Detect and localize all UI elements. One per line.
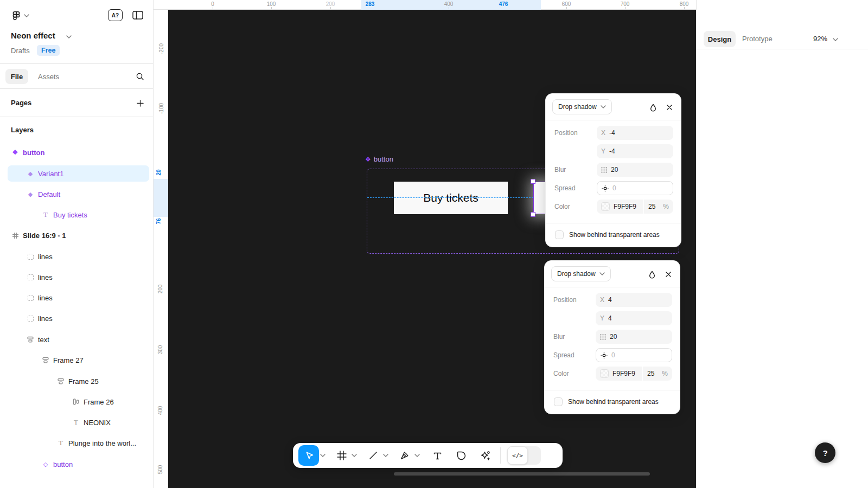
- help-button[interactable]: ?: [815, 442, 835, 463]
- shadow-y-input[interactable]: Y -4: [597, 144, 673, 158]
- canvas-component-label[interactable]: ❖ button: [365, 155, 393, 163]
- layer-row-buy-tickets[interactable]: T Buy tickets: [8, 207, 149, 223]
- shadow-x-input[interactable]: X -4: [597, 126, 673, 140]
- ruler-tick: 800: [680, 1, 689, 7]
- file-title[interactable]: Neon effect: [11, 31, 55, 40]
- chevron-down-icon[interactable]: [66, 34, 72, 40]
- drop-shadow-panel-2: Drop shadow Position X 4 Y 4 Blur 20 Spr…: [544, 260, 680, 414]
- spread-sun-icon: [601, 352, 608, 359]
- selection-handle-nw[interactable]: [531, 179, 535, 184]
- divider: [0, 88, 153, 89]
- tab-file[interactable]: File: [5, 69, 28, 84]
- ruler-tick: 200: [326, 1, 335, 7]
- show-behind-checkbox[interactable]: [555, 230, 564, 239]
- layer-row-neonix[interactable]: T NEONIX: [8, 414, 149, 431]
- canvas-button-default[interactable]: Buy tickets: [394, 182, 508, 214]
- shadow-x-input[interactable]: X 4: [596, 293, 672, 307]
- ruler-tick: 76: [156, 218, 162, 224]
- main-menu-button[interactable]: [10, 9, 23, 22]
- shadow-y-input[interactable]: Y 4: [596, 311, 672, 325]
- tab-prototype[interactable]: Prototype: [742, 35, 773, 43]
- ruler-tick: 500: [157, 465, 163, 474]
- layer-row-text[interactable]: text: [8, 331, 149, 348]
- auto-layout-icon: [26, 336, 35, 343]
- free-plan-badge[interactable]: Free: [37, 45, 60, 56]
- text-tool[interactable]: [429, 446, 446, 465]
- chevron-down-icon[interactable]: [24, 13, 29, 18]
- dev-mode-toggle[interactable]: </>: [507, 446, 541, 465]
- actions-tool[interactable]: [476, 446, 494, 465]
- move-tool-menu[interactable]: [319, 446, 327, 465]
- variant-diamond-icon: ◆: [26, 191, 35, 198]
- text-layer-icon: T: [41, 210, 50, 219]
- canvas-horizontal-scrollbar[interactable]: [394, 472, 650, 476]
- layer-row-slide[interactable]: Slide 16:9 - 1: [8, 227, 149, 243]
- color-swatch: [601, 202, 610, 211]
- tab-design[interactable]: Design: [704, 31, 736, 47]
- toggle-sidebar-button[interactable]: [131, 10, 144, 21]
- ruler-tick: 600: [562, 1, 571, 7]
- divider: [697, 49, 868, 49]
- zoom-level[interactable]: 92%: [813, 35, 827, 43]
- pen-tool-menu[interactable]: [413, 446, 421, 465]
- plus-icon: [137, 100, 144, 107]
- line-tool[interactable]: [365, 446, 382, 465]
- blur-grid-icon: [601, 167, 607, 173]
- frame-tool[interactable]: [333, 446, 350, 465]
- shadow-blur-input[interactable]: 20: [596, 330, 672, 344]
- divider: [545, 287, 680, 287]
- figma-logo-icon: [11, 11, 21, 21]
- component-name: button: [374, 155, 393, 163]
- layer-row-default[interactable]: ◆ Default: [8, 186, 149, 202]
- add-page-button[interactable]: [134, 97, 146, 109]
- layer-row-variant1[interactable]: ◆ Variant1: [8, 165, 149, 182]
- selection-handle-sw[interactable]: [531, 212, 535, 217]
- blend-mode-button[interactable]: [646, 268, 658, 280]
- blend-mode-button[interactable]: [647, 101, 659, 113]
- droplet-icon: [649, 104, 657, 112]
- shadow-color-input[interactable]: F9F9F9: [596, 367, 642, 381]
- pages-header: Pages: [11, 99, 31, 107]
- auto-layout-icon: [41, 357, 50, 363]
- frame-tool-menu[interactable]: [350, 446, 358, 465]
- shadow-spread-input[interactable]: 0: [597, 181, 673, 195]
- comment-bubble-icon: [457, 451, 466, 460]
- move-tool[interactable]: [298, 445, 319, 466]
- layer-row-frame-26[interactable]: Frame 26: [8, 394, 149, 410]
- shadow-opacity-input[interactable]: 25 %: [643, 367, 672, 381]
- shadow-opacity-input[interactable]: 25 %: [644, 200, 673, 214]
- toolbar-divider: [500, 447, 501, 464]
- spread-label: Spread: [554, 181, 576, 195]
- chevron-down-icon[interactable]: [833, 37, 838, 42]
- close-icon: [666, 104, 673, 111]
- layer-row-lines[interactable]: lines: [8, 310, 149, 326]
- layer-row-lines[interactable]: lines: [8, 248, 149, 265]
- drop-shadow-panel-1: Drop shadow Position X -4 Y -4 Blur 20 S…: [545, 93, 681, 247]
- close-panel-button[interactable]: [662, 268, 674, 280]
- tab-assets[interactable]: Assets: [38, 73, 59, 81]
- layer-row-component-button[interactable]: ❖ button: [8, 144, 149, 160]
- shadow-blur-input[interactable]: 20: [597, 163, 673, 177]
- pen-tool[interactable]: [396, 446, 413, 465]
- layer-row-lines[interactable]: lines: [8, 269, 149, 285]
- line-tool-menu[interactable]: [382, 446, 390, 465]
- text-layer-icon: T: [56, 439, 65, 447]
- layer-row-frame-27[interactable]: Frame 27: [8, 352, 149, 368]
- checkbox-label: Show behind transparent areas: [569, 231, 660, 239]
- shadow-spread-input[interactable]: 0: [596, 348, 672, 362]
- alignment-guide-horizontal: [367, 197, 533, 198]
- shadow-color-input[interactable]: F9F9F9: [597, 200, 643, 214]
- effect-type-dropdown[interactable]: Drop shadow: [551, 266, 611, 281]
- layer-row-plunge-text[interactable]: T Plunge into the worl...: [8, 435, 149, 451]
- auto-layout-icon: [56, 378, 65, 384]
- breadcrumb[interactable]: Drafts: [11, 47, 30, 55]
- accessibility-button[interactable]: A?: [108, 9, 123, 21]
- effect-type-dropdown[interactable]: Drop shadow: [552, 99, 612, 114]
- layer-row-frame-25[interactable]: Frame 25: [8, 373, 149, 389]
- search-button[interactable]: [134, 70, 146, 82]
- layer-row-lines[interactable]: lines: [8, 290, 149, 306]
- layer-row-button-instance[interactable]: ◇ button: [8, 456, 149, 472]
- show-behind-checkbox[interactable]: [554, 397, 563, 406]
- close-panel-button[interactable]: [663, 101, 675, 113]
- comment-tool[interactable]: [452, 446, 470, 465]
